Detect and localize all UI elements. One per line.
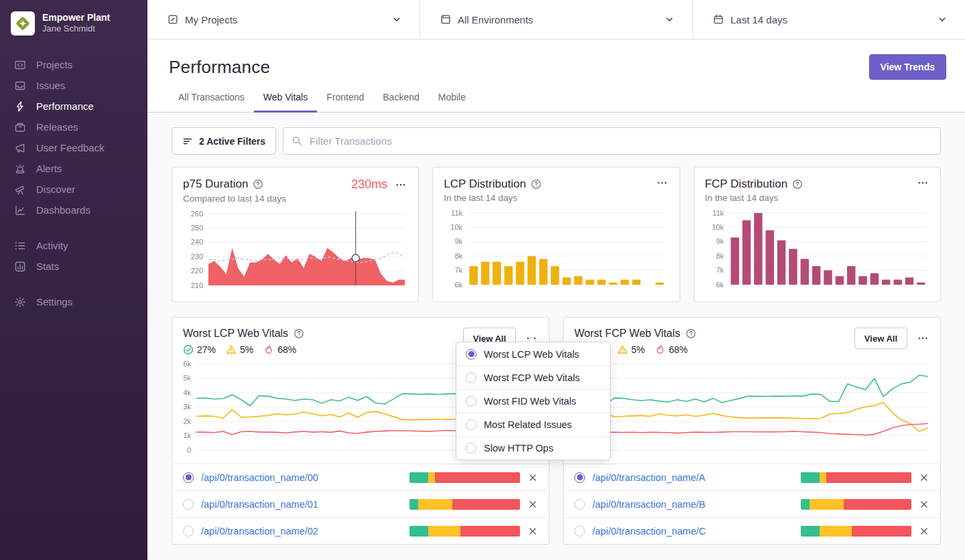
menu-option-label: Worst FCP Web Vitals bbox=[484, 372, 580, 383]
activity-icon bbox=[14, 240, 26, 252]
chevron-down-icon bbox=[937, 14, 948, 25]
alerts-icon bbox=[14, 163, 26, 175]
vitals-menu-button[interactable] bbox=[917, 333, 929, 344]
card-menu-button[interactable] bbox=[917, 178, 929, 188]
active-filters-button[interactable]: 2 Active Filters bbox=[172, 127, 276, 155]
card-subtitle: In the last 14 days bbox=[705, 193, 929, 203]
lcp-distribution-chart: 11k10k9k8k7k6k bbox=[444, 208, 668, 294]
help-icon[interactable] bbox=[531, 179, 541, 190]
p75-duration-chart: 260250240230220210 bbox=[183, 209, 407, 295]
card-menu-button[interactable] bbox=[395, 180, 407, 190]
sidebar-item-label: Projects bbox=[36, 59, 72, 70]
svg-text:220: 220 bbox=[191, 267, 203, 275]
svg-text:3k: 3k bbox=[183, 403, 191, 411]
fcp_distribution-svg: 11k10k9k8k7k6k bbox=[705, 208, 929, 294]
legend-item: 68% bbox=[263, 344, 296, 355]
issues-icon bbox=[14, 80, 26, 92]
close-icon[interactable] bbox=[919, 499, 929, 510]
releases-icon bbox=[14, 121, 26, 133]
project-picker[interactable]: My Projects bbox=[147, 0, 420, 39]
sidebar-item-stats[interactable]: Stats bbox=[0, 256, 147, 277]
help-icon[interactable] bbox=[792, 179, 803, 190]
legend-value: 27% bbox=[197, 344, 216, 355]
sidebar-item-releases[interactable]: Releases bbox=[0, 117, 147, 137]
sidebar-item-performance[interactable]: Performance bbox=[0, 96, 147, 117]
legend-value: 5% bbox=[240, 344, 253, 355]
help-icon[interactable] bbox=[294, 328, 304, 339]
sidebar-item-user-feedback[interactable]: User Feedback bbox=[0, 137, 147, 158]
vitals-breakdown-bar bbox=[801, 499, 911, 510]
svg-text:4k: 4k bbox=[183, 389, 191, 397]
close-icon[interactable] bbox=[527, 499, 538, 510]
close-icon[interactable] bbox=[919, 526, 929, 537]
menu-option-slow-http-ops[interactable]: Slow HTTP Ops bbox=[456, 436, 610, 460]
p75-duration-card: p75 Duration 230ms Compared to last 14 d… bbox=[172, 167, 419, 302]
transaction-link[interactable]: /api/0/transaction_name/00 bbox=[201, 472, 318, 483]
help-icon[interactable] bbox=[686, 328, 696, 339]
svg-text:250: 250 bbox=[191, 224, 203, 232]
transaction-link[interactable]: /api/0/transaction_name/02 bbox=[201, 526, 318, 537]
menu-option-worst-fid-web-vitals[interactable]: Worst FID Web Vitals bbox=[456, 389, 610, 413]
help-icon[interactable] bbox=[253, 179, 263, 190]
tab-mobile[interactable]: Mobile bbox=[429, 92, 475, 113]
transaction-radio[interactable] bbox=[183, 526, 194, 537]
close-icon[interactable] bbox=[527, 472, 538, 483]
view-trends-button[interactable]: View Trends bbox=[869, 54, 946, 80]
transaction-link[interactable]: /api/0/transaction_name/C bbox=[592, 526, 706, 537]
tab-frontend[interactable]: Frontend bbox=[317, 92, 373, 113]
close-icon[interactable] bbox=[919, 472, 929, 483]
date-range-picker[interactable]: Last 14 days bbox=[692, 0, 965, 39]
sidebar-item-alerts[interactable]: Alerts bbox=[0, 158, 147, 179]
menu-option-most-related-issues[interactable]: Most Related Issues bbox=[456, 413, 610, 436]
transaction-link[interactable]: /api/0/transaction_name/01 bbox=[201, 499, 318, 510]
transaction-radio[interactable] bbox=[574, 526, 585, 537]
transaction-radio[interactable] bbox=[574, 472, 585, 483]
sidebar-item-settings[interactable]: Settings bbox=[0, 291, 147, 312]
svg-text:0: 0 bbox=[187, 446, 191, 454]
card-title: FCP Distribution bbox=[705, 178, 787, 191]
vitals-card-title: Worst LCP Web Vitals bbox=[183, 328, 288, 340]
org-header[interactable]: Empower Plant Jane Schmidt bbox=[0, 0, 147, 45]
legend-value: 68% bbox=[669, 344, 688, 355]
sidebar-item-dashboards[interactable]: Dashboards bbox=[0, 200, 147, 220]
worst-fcp-vitals-card: Worst FCP Web Vitals 27%5%68% View All 6… bbox=[563, 317, 941, 545]
performance-icon bbox=[14, 100, 26, 113]
menu-option-label: Worst LCP Web Vitals bbox=[484, 349, 579, 360]
environments-icon bbox=[440, 14, 451, 25]
tab-web-vitals[interactable]: Web Vitals bbox=[254, 92, 317, 113]
menu-option-label: Most Related Issues bbox=[484, 419, 572, 430]
card-menu-button[interactable] bbox=[657, 178, 669, 188]
svg-text:10k: 10k bbox=[712, 223, 724, 231]
close-icon[interactable] bbox=[527, 526, 538, 537]
sidebar-item-projects[interactable]: Projects bbox=[0, 54, 147, 75]
svg-text:7k: 7k bbox=[455, 266, 463, 274]
chevron-down-icon bbox=[664, 14, 675, 25]
legend-item: 5% bbox=[226, 344, 253, 355]
chevron-down-icon bbox=[391, 14, 402, 25]
legend-value: 68% bbox=[277, 344, 296, 355]
fcp-distribution-chart: 11k10k9k8k7k6k bbox=[705, 208, 929, 294]
menu-option-worst-lcp-web-vitals[interactable]: Worst LCP Web Vitals bbox=[456, 342, 610, 366]
transaction-radio[interactable] bbox=[183, 499, 194, 510]
sidebar-item-label: Releases bbox=[36, 121, 78, 133]
sidebar-item-label: Performance bbox=[36, 100, 94, 112]
tab-all-transactions[interactable]: All Transactions bbox=[169, 92, 254, 113]
environment-picker[interactable]: All Environments bbox=[420, 0, 692, 39]
transaction-radio[interactable] bbox=[574, 499, 585, 510]
view-all-button[interactable]: View All bbox=[854, 328, 907, 349]
transaction-link[interactable]: /api/0/transaction_name/B bbox=[592, 499, 705, 510]
sidebar-item-label: User Feedback bbox=[36, 142, 105, 153]
projects-icon bbox=[14, 59, 26, 71]
sidebar-item-discover[interactable]: Discover bbox=[0, 179, 147, 200]
sidebar-item-issues[interactable]: Issues bbox=[0, 75, 147, 96]
tab-backend[interactable]: Backend bbox=[373, 92, 428, 113]
sidebar-item-activity[interactable]: Activity bbox=[0, 235, 147, 256]
sidebar: Empower Plant Jane Schmidt ProjectsIssue… bbox=[0, 0, 147, 560]
vitals-type-menu: Worst LCP Web VitalsWorst FCP Web Vitals… bbox=[456, 342, 610, 460]
menu-option-worst-fcp-web-vitals[interactable]: Worst FCP Web Vitals bbox=[456, 366, 610, 389]
search-input[interactable] bbox=[283, 127, 941, 155]
settings-icon bbox=[14, 296, 26, 308]
transaction-link[interactable]: /api/0/transaction_name/A bbox=[592, 472, 705, 483]
transaction-radio[interactable] bbox=[183, 472, 194, 483]
main: My Projects All Environments Last 14 day… bbox=[147, 0, 965, 560]
